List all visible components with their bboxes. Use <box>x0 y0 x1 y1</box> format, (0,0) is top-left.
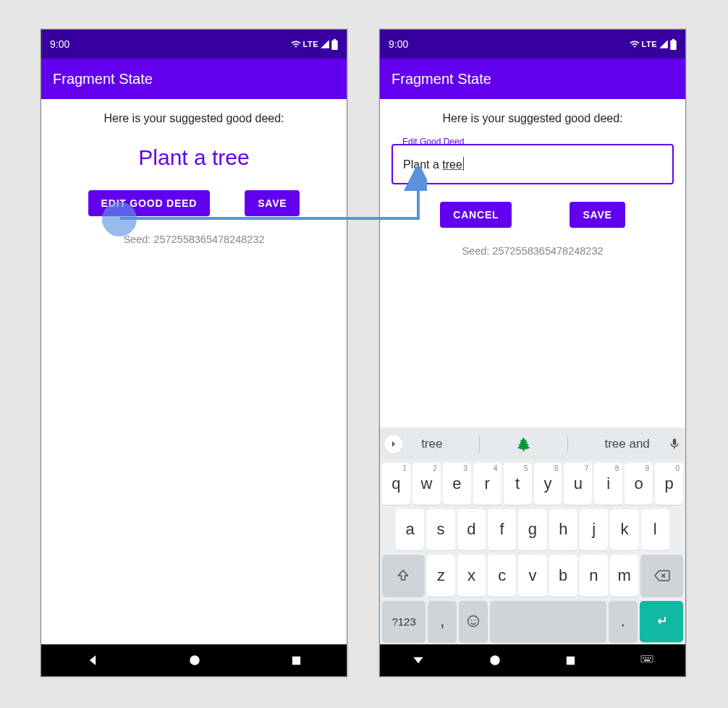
key-a[interactable]: a <box>396 509 424 551</box>
shift-key[interactable] <box>382 555 425 597</box>
prompt-text: Here is your suggested good deed: <box>380 112 685 125</box>
battery-icon <box>331 39 338 50</box>
edit-deed-field[interactable]: Edit Good Deed Plant a tree <box>391 144 674 184</box>
svg-point-2 <box>468 616 479 627</box>
key-y[interactable]: y6 <box>534 463 562 505</box>
svg-rect-12 <box>644 660 650 661</box>
key-j[interactable]: j <box>580 509 608 551</box>
backspace-key[interactable] <box>640 555 683 597</box>
key-s[interactable]: s <box>426 509 454 551</box>
status-time: 9:00 <box>389 38 408 50</box>
key-u[interactable]: u7 <box>564 463 592 505</box>
back-icon[interactable] <box>411 653 426 668</box>
status-icons: LTE <box>290 39 338 50</box>
battery-icon <box>670 39 677 50</box>
period-key[interactable]: . <box>609 601 638 643</box>
key-n[interactable]: n <box>580 555 608 597</box>
key-i[interactable]: i8 <box>594 463 622 505</box>
content-left: Here is your suggested good deed: Plant … <box>41 99 347 644</box>
keyboard-hide-icon[interactable] <box>640 654 654 666</box>
svg-rect-10 <box>647 657 648 659</box>
home-icon[interactable] <box>488 654 501 667</box>
svg-point-5 <box>490 655 500 665</box>
svg-point-0 <box>190 655 200 665</box>
seed-text: Seed: 2572558365478248232 <box>380 245 685 257</box>
key-row-3: zxcvbnm <box>380 553 685 599</box>
lte-label: LTE <box>642 40 657 48</box>
prompt-text: Here is your suggested good deed: <box>41 112 347 125</box>
nav-bar <box>380 644 685 676</box>
svg-rect-6 <box>567 656 575 664</box>
wifi-icon <box>629 39 640 49</box>
key-row-1: q1w2e3r4t5y6u7i8o9p0 <box>380 461 685 507</box>
key-c[interactable]: c <box>488 555 516 597</box>
suggestion-row: tree 🌲 tree and <box>380 427 685 461</box>
screen-left: 9:00 LTE Fragment State Here is your sug… <box>41 30 347 644</box>
key-g[interactable]: g <box>518 509 546 551</box>
save-button[interactable]: SAVE <box>245 190 300 216</box>
key-k[interactable]: k <box>610 509 638 551</box>
separator <box>567 435 568 453</box>
text-cursor <box>463 157 465 171</box>
deed-text: Plant a tree <box>41 145 347 170</box>
key-r[interactable]: r4 <box>473 463 501 505</box>
key-z[interactable]: z <box>427 555 455 597</box>
home-icon[interactable] <box>188 654 201 667</box>
suggestion-3[interactable]: tree and <box>604 437 649 451</box>
space-key[interactable] <box>490 601 606 643</box>
svg-rect-9 <box>645 657 646 659</box>
key-v[interactable]: v <box>518 555 546 597</box>
key-w[interactable]: w2 <box>412 463 441 505</box>
key-e[interactable]: e3 <box>443 463 471 505</box>
key-row-4: ?123 , . <box>380 599 685 645</box>
separator <box>479 435 480 453</box>
status-bar: 9:00 LTE <box>380 30 685 59</box>
comma-key[interactable]: , <box>428 601 457 643</box>
suggestion-1[interactable]: tree <box>421 437 442 451</box>
content-right: Here is your suggested good deed: Edit G… <box>380 99 685 644</box>
suggestion-2[interactable]: 🌲 <box>516 437 531 452</box>
key-t[interactable]: t5 <box>504 463 532 505</box>
status-time: 9:00 <box>50 38 69 50</box>
soft-keyboard: tree 🌲 tree and q1w2e3r4t5y6u7i8o9p0 asd… <box>380 427 685 644</box>
key-d[interactable]: d <box>457 509 486 551</box>
app-title: Fragment State <box>53 71 153 88</box>
expand-suggestions-icon[interactable] <box>384 435 403 453</box>
app-bar: Fragment State <box>380 59 685 99</box>
seed-text: Seed: 2572558365478248232 <box>41 234 347 245</box>
key-l[interactable]: l <box>641 509 669 551</box>
field-box[interactable]: Plant a tree <box>391 144 674 184</box>
touch-ripple <box>102 202 137 236</box>
key-h[interactable]: h <box>549 509 577 551</box>
svg-rect-8 <box>643 657 644 659</box>
emoji-key[interactable] <box>459 601 488 643</box>
key-m[interactable]: m <box>610 555 638 597</box>
recents-icon[interactable] <box>290 654 302 667</box>
signal-icon <box>320 39 330 49</box>
enter-key[interactable] <box>640 601 683 643</box>
button-row: EDIT GOOD DEED SAVE <box>41 190 347 216</box>
mic-icon[interactable] <box>668 438 681 451</box>
key-x[interactable]: x <box>457 555 486 597</box>
symbols-key[interactable]: ?123 <box>382 601 426 643</box>
key-b[interactable]: b <box>549 555 577 597</box>
save-button[interactable]: SAVE <box>570 202 625 228</box>
back-icon[interactable] <box>85 653 100 668</box>
svg-point-4 <box>475 620 476 621</box>
key-f[interactable]: f <box>488 509 516 551</box>
field-value: Plant a tree <box>403 157 464 171</box>
status-bar: 9:00 LTE <box>41 30 347 59</box>
app-bar: Fragment State <box>41 59 347 99</box>
key-row-2: asdfghjkl <box>380 507 685 553</box>
key-p[interactable]: p0 <box>655 463 683 505</box>
key-q[interactable]: q1 <box>382 463 410 505</box>
key-o[interactable]: o9 <box>625 463 653 505</box>
svg-rect-11 <box>650 657 651 659</box>
cancel-button[interactable]: CANCEL <box>440 202 512 228</box>
app-title: Fragment State <box>391 71 491 88</box>
phone-left: 9:00 LTE Fragment State Here is your sug… <box>41 29 347 677</box>
screen-right: 9:00 LTE Fragment State Here is your sug… <box>380 30 685 644</box>
recents-icon[interactable] <box>564 654 577 667</box>
nav-bar <box>41 644 347 676</box>
svg-point-3 <box>471 620 473 621</box>
